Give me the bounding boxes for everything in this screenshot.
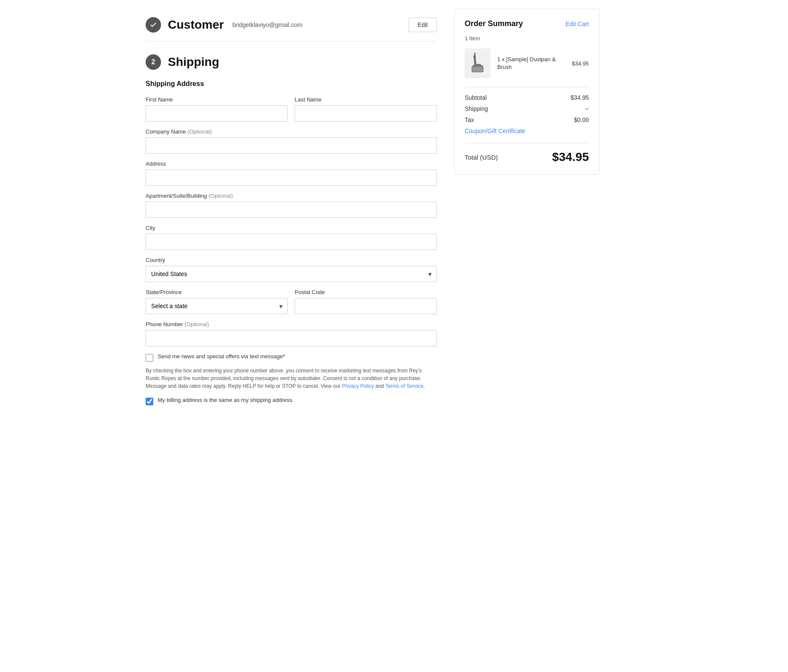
phone-label: Phone Number (Optional) <box>146 321 437 327</box>
company-row: Company Name (Optional) <box>146 128 437 154</box>
svg-rect-4 <box>472 67 483 71</box>
address-label: Address <box>146 161 437 167</box>
first-name-group: First Name <box>146 96 288 122</box>
last-name-group: Last Name <box>295 96 437 122</box>
subtotal-line: Subtotal $34.95 <box>465 94 589 101</box>
product-name: 1 x [Sample] Dustpan & Brush <box>497 56 565 71</box>
edit-cart-link[interactable]: Edit Cart <box>566 21 589 27</box>
customer-email: bridgetklaviyo@gmail.com <box>233 21 303 28</box>
billing-same-checkbox[interactable] <box>146 398 153 405</box>
address-group: Address <box>146 161 437 186</box>
shipping-value: -- <box>585 105 589 112</box>
sidebar: Order Summary Edit Cart 1 Item 1 x <box>454 9 600 423</box>
total-amount: $34.95 <box>552 150 589 164</box>
customer-section: Customer bridgetklaviyo@gmail.com Edit <box>146 9 437 42</box>
order-summary-header: Order Summary Edit Cart <box>465 19 589 28</box>
country-select-wrapper: United States ▾ <box>146 266 437 282</box>
first-name-label: First Name <box>146 96 288 103</box>
summary-divider <box>465 87 589 87</box>
sms-consent-group: Send me news and special offers via text… <box>146 353 437 362</box>
state-group: State/Province Select a state ▾ <box>146 289 288 314</box>
billing-same-group: My billing address is the same as my shi… <box>146 397 437 405</box>
phone-group: Phone Number (Optional) <box>146 321 437 346</box>
postal-input[interactable] <box>295 298 437 314</box>
billing-same-label[interactable]: My billing address is the same as my shi… <box>158 397 294 403</box>
state-label: State/Province <box>146 289 288 295</box>
product-price: $34.95 <box>572 60 589 67</box>
subtotal-label: Subtotal <box>465 94 487 101</box>
shipping-address-title: Shipping Address <box>146 80 437 88</box>
phone-row: Phone Number (Optional) <box>146 321 437 346</box>
postal-group: Postal Code <box>295 289 437 314</box>
country-group: Country United States ▾ <box>146 257 437 282</box>
state-select-wrapper: Select a state ▾ <box>146 298 288 314</box>
address-input[interactable] <box>146 169 437 186</box>
shipping-label: Shipping <box>465 105 488 112</box>
step-number: 2 <box>146 54 161 70</box>
apartment-group: Apartment/Suite/Building (Optional) <box>146 193 437 218</box>
company-label: Company Name (Optional) <box>146 128 437 135</box>
name-row: First Name Last Name <box>146 96 437 122</box>
total-line: Total (USD) $34.95 <box>465 143 589 164</box>
city-row: City <box>146 225 437 250</box>
total-label: Total (USD) <box>465 154 498 161</box>
consent-text: By checking the box and entering your ph… <box>146 367 437 390</box>
edit-customer-button[interactable]: Edit <box>409 18 437 32</box>
product-details: 1 x [Sample] Dustpan & Brush <box>497 56 565 71</box>
order-item: 1 x [Sample] Dustpan & Brush $34.95 <box>465 48 589 78</box>
order-summary-title: Order Summary <box>465 19 523 28</box>
apartment-label: Apartment/Suite/Building (Optional) <box>146 193 437 199</box>
city-group: City <box>146 225 437 250</box>
sms-consent-checkbox[interactable] <box>146 354 153 362</box>
product-image <box>465 48 490 78</box>
coupon-link[interactable]: Coupon/Gift Certificate <box>465 128 589 134</box>
subtotal-value: $34.95 <box>570 94 589 101</box>
tax-value: $0.00 <box>574 116 589 123</box>
last-name-input[interactable] <box>295 105 437 122</box>
phone-input[interactable] <box>146 330 437 346</box>
items-count: 1 Item <box>465 35 589 42</box>
country-label: Country <box>146 257 437 263</box>
check-icon <box>146 17 161 33</box>
svg-rect-1 <box>473 55 476 63</box>
country-row: Country United States ▾ <box>146 257 437 282</box>
first-name-input[interactable] <box>146 105 288 122</box>
apartment-input[interactable] <box>146 202 437 218</box>
postal-label: Postal Code <box>295 289 437 295</box>
tax-label: Tax <box>465 116 474 123</box>
tax-line: Tax $0.00 <box>465 116 589 123</box>
order-summary: Order Summary Edit Cart 1 Item 1 x <box>454 9 600 175</box>
terms-of-service-link[interactable]: Terms of Service <box>385 383 424 389</box>
state-postal-row: State/Province Select a state ▾ Postal C… <box>146 289 437 314</box>
city-label: City <box>146 225 437 231</box>
city-input[interactable] <box>146 234 437 250</box>
last-name-label: Last Name <box>295 96 437 103</box>
shipping-section: 2 Shipping Shipping Address First Name L… <box>146 42 437 423</box>
shipping-title: Shipping <box>168 55 219 69</box>
state-select[interactable]: Select a state <box>146 298 288 314</box>
privacy-policy-link[interactable]: Privacy Policy <box>342 383 374 389</box>
customer-title: Customer <box>168 18 224 32</box>
sms-consent-label[interactable]: Send me news and special offers via text… <box>158 353 285 360</box>
customer-info: Customer bridgetklaviyo@gmail.com <box>168 18 402 32</box>
company-group: Company Name (Optional) <box>146 128 437 154</box>
country-select[interactable]: United States <box>146 266 437 282</box>
address-row: Address <box>146 161 437 186</box>
section-header: 2 Shipping <box>146 54 437 70</box>
company-input[interactable] <box>146 137 437 154</box>
shipping-line: Shipping -- <box>465 105 589 112</box>
apartment-row: Apartment/Suite/Building (Optional) <box>146 193 437 218</box>
